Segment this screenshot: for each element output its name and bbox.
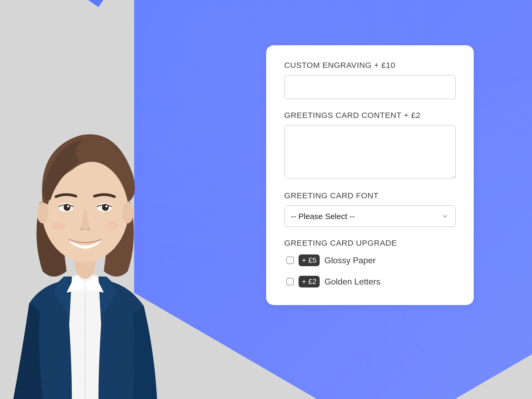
svg-point-13: [81, 228, 83, 230]
svg-point-16: [105, 221, 119, 231]
price-badge: + £5: [299, 254, 320, 266]
font-select-wrapper: -- Please Select --: [284, 205, 456, 227]
svg-point-14: [87, 228, 90, 230]
svg-point-0: [84, 307, 86, 310]
font-label: GREETING CARD FONT: [284, 191, 456, 200]
price-badge: + £2: [299, 276, 320, 287]
person-illustration: [5, 101, 165, 399]
font-select[interactable]: -- Please Select --: [284, 205, 456, 227]
svg-point-6: [122, 202, 134, 223]
upgrade-label: GREETING CARD UPGRADE: [284, 238, 456, 248]
background-shape-bar: [0, 0, 21, 53]
svg-point-3: [84, 379, 86, 382]
engraving-label: CUSTOM ENGRAVING + £10: [284, 61, 456, 70]
engraving-group: CUSTOM ENGRAVING + £10: [284, 61, 456, 99]
font-group: GREETING CARD FONT -- Please Select --: [284, 191, 456, 227]
greetings-content-textarea[interactable]: [284, 125, 456, 178]
svg-point-5: [37, 202, 48, 223]
greetings-content-group: GREETINGS CARD CONTENT + £2: [284, 111, 456, 179]
greetings-content-label: GREETINGS CARD CONTENT + £2: [284, 111, 456, 120]
upgrade-option-label: Golden Letters: [324, 277, 380, 287]
background-shape-bar-2: [0, 0, 120, 7]
svg-point-2: [84, 355, 86, 358]
upgrade-group: GREETING CARD UPGRADE + £5 Glossy Paper …: [284, 238, 456, 287]
upgrade-option-row: + £5 Glossy Paper: [284, 254, 456, 266]
upgrade-option-label: Glossy Paper: [324, 256, 376, 265]
product-options-card: CUSTOM ENGRAVING + £10 GREETINGS CARD CO…: [266, 45, 474, 305]
upgrade-option-row: + £2 Golden Letters: [284, 276, 456, 287]
glossy-paper-checkbox[interactable]: [286, 257, 294, 264]
svg-point-15: [52, 221, 65, 231]
svg-point-1: [84, 331, 86, 334]
svg-point-11: [67, 205, 69, 207]
engraving-input[interactable]: [284, 75, 456, 99]
svg-point-12: [105, 205, 108, 207]
golden-letters-checkbox[interactable]: [286, 278, 294, 285]
